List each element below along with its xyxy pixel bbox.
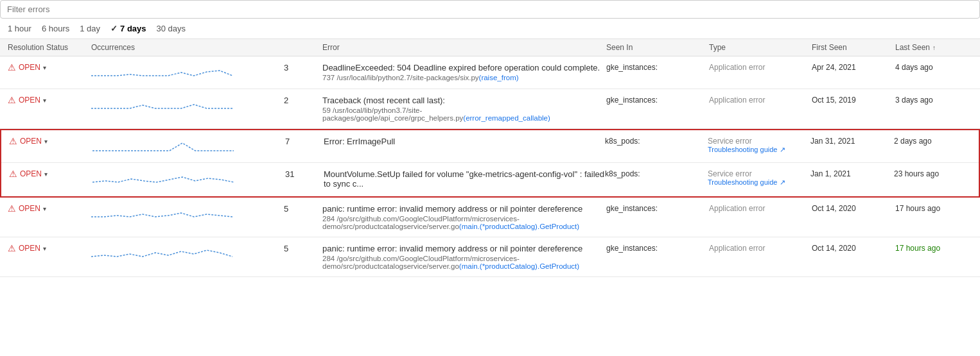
sparkline-chart [91, 96, 232, 115]
first-seen-cell: Oct 14, 2020 [812, 204, 895, 213]
status-dropdown-icon[interactable]: ▾ [43, 205, 46, 212]
table-row: ⚠ OPEN ▾ 5 panic: runtime error: invalid… [0, 237, 980, 277]
sparkline-cell [91, 63, 284, 82]
status-cell: ⚠ OPEN ▾ [8, 96, 91, 105]
error-subtitle: 284 /go/src/github.com/GoogleCloudPlatfo… [322, 215, 606, 230]
col-header-occurrences: Occurrences [91, 43, 284, 52]
status-label[interactable]: OPEN [19, 244, 40, 253]
highlighted-section: ⚠ OPEN ▾ 7 Error: ErrImagePull k8s_pods:… [0, 129, 980, 198]
time-filter-1d[interactable]: 1 day [80, 24, 100, 33]
error-cell: Error: ErrImagePull [324, 137, 605, 148]
last-seen-cell: 17 hours ago [895, 244, 972, 253]
error-link[interactable]: (raise_from) [479, 74, 519, 81]
sparkline-chart [91, 63, 232, 82]
first-seen-cell: Jan 31, 2021 [810, 137, 894, 146]
last-seen-cell: 17 hours ago [895, 204, 972, 213]
type-cell: Application error [709, 63, 812, 72]
error-title[interactable]: Traceback (most recent call last): [322, 96, 606, 105]
error-subtitle: 59 /usr/local/lib/python3.7/site-package… [322, 106, 606, 122]
sparkline-cell [91, 204, 284, 223]
count-cell: 5 [284, 204, 322, 214]
error-icon: ⚠ [9, 169, 17, 178]
first-seen-cell: Apr 24, 2021 [812, 63, 895, 72]
error-subtitle: 284 /go/src/github.com/GoogleCloudPlatfo… [322, 255, 606, 270]
sort-arrow-icon: ↑ [932, 44, 936, 51]
table-row: ⚠ OPEN ▾ 5 panic: runtime error: invalid… [0, 198, 980, 237]
col-header-type: Type [709, 43, 812, 52]
sparkline-chart [91, 244, 232, 263]
col-header-resolution: Resolution Status [8, 43, 91, 52]
status-label[interactable]: OPEN [19, 96, 40, 105]
count-cell: 3 [284, 63, 322, 72]
type-cell: Service error Troubleshooting guide ↗ [708, 137, 810, 154]
time-filter-30d[interactable]: 30 days [157, 24, 186, 33]
error-icon: ⚠ [8, 63, 16, 72]
error-link[interactable]: (main.(*productCatalog).GetProduct) [459, 223, 579, 230]
col-header-error: Error [322, 43, 606, 52]
col-header-last-seen[interactable]: Last Seen ↑ [895, 43, 972, 52]
sparkline-chart [92, 169, 234, 189]
troubleshooting-link[interactable]: Troubleshooting guide ↗ [708, 178, 810, 187]
troubleshooting-link[interactable]: Troubleshooting guide ↗ [708, 146, 810, 154]
status-label[interactable]: OPEN [19, 63, 40, 72]
status-cell: ⚠ OPEN ▾ [8, 63, 91, 72]
count-cell: 5 [284, 244, 322, 253]
error-cell: Traceback (most recent call last): 59 /u… [322, 96, 606, 122]
status-dropdown-icon[interactable]: ▾ [43, 64, 46, 71]
seen-in-cell: k8s_pods: [605, 137, 708, 146]
status-dropdown-icon[interactable]: ▾ [43, 97, 46, 104]
error-cell: MountVolume.SetUp failed for volume "gke… [324, 169, 605, 190]
col-header-seen-in: Seen In [606, 43, 709, 52]
seen-in-cell: gke_instances: [606, 204, 709, 213]
status-label[interactable]: OPEN [20, 169, 42, 178]
error-icon: ⚠ [9, 137, 17, 146]
status-dropdown-icon[interactable]: ▾ [43, 245, 46, 252]
error-title[interactable]: panic: runtime error: invalid memory add… [322, 244, 606, 253]
last-seen-cell: 2 days ago [894, 137, 971, 146]
error-icon: ⚠ [8, 96, 16, 105]
col-header-first-seen: First Seen [812, 43, 895, 52]
sparkline-chart [91, 204, 232, 223]
type-cell: Application error [709, 244, 812, 253]
filter-input[interactable] [0, 0, 980, 19]
table-header: Resolution Status Occurrences Error Seen… [0, 39, 980, 56]
error-title[interactable]: Error: ErrImagePull [324, 137, 605, 146]
status-label[interactable]: OPEN [20, 137, 42, 146]
last-seen-cell: 23 hours ago [894, 169, 971, 178]
status-cell: ⚠ OPEN ▾ [9, 137, 92, 146]
type-cell: Application error [709, 204, 812, 213]
type-cell: Application error [709, 96, 812, 105]
status-dropdown-icon[interactable]: ▾ [44, 171, 48, 178]
first-seen-cell: Oct 14, 2020 [812, 244, 895, 253]
sparkline-chart [92, 137, 234, 156]
seen-in-cell: k8s_pods: [605, 169, 708, 178]
count-cell: 2 [284, 96, 322, 105]
error-link[interactable]: (error_remapped_callable) [463, 114, 550, 122]
seen-in-cell: gke_instances: [606, 96, 709, 105]
error-cell: panic: runtime error: invalid memory add… [322, 244, 606, 270]
table-row: ⚠ OPEN ▾ 3 DeadlineExceeded: 504 Deadlin… [0, 56, 980, 89]
col-header-count [284, 43, 322, 52]
sparkline-cell [92, 137, 285, 156]
time-filter-6h[interactable]: 6 hours [42, 24, 69, 33]
table-row: ⚠ OPEN ▾ 2 Traceback (most recent call l… [0, 89, 980, 129]
error-title[interactable]: MountVolume.SetUp failed for volume "gke… [324, 169, 605, 189]
error-icon: ⚠ [8, 244, 16, 253]
error-cell: panic: runtime error: invalid memory add… [322, 204, 606, 230]
type-cell: Service error Troubleshooting guide ↗ [708, 169, 810, 187]
count-cell: 31 [285, 169, 324, 179]
status-dropdown-icon[interactable]: ▾ [44, 138, 48, 145]
time-filter-1h[interactable]: 1 hour [8, 24, 31, 33]
error-title[interactable]: panic: runtime error: invalid memory add… [322, 204, 606, 214]
error-title[interactable]: DeadlineExceeded: 504 Deadline expired b… [322, 63, 606, 72]
table-row: ⚠ OPEN ▾ 7 Error: ErrImagePull k8s_pods:… [1, 130, 979, 163]
sparkline-cell [91, 96, 284, 115]
time-filter-7d[interactable]: 7 days [110, 24, 146, 33]
error-cell: DeadlineExceeded: 504 Deadline expired b… [322, 63, 606, 81]
last-seen-cell: 3 days ago [895, 96, 972, 105]
sparkline-cell [91, 244, 284, 263]
error-link[interactable]: (main.(*productCatalog).GetProduct) [459, 262, 579, 270]
status-cell: ⚠ OPEN ▾ [8, 204, 91, 213]
time-filter-bar: 1 hour 6 hours 1 day 7 days 30 days [0, 19, 980, 39]
status-label[interactable]: OPEN [19, 204, 40, 213]
